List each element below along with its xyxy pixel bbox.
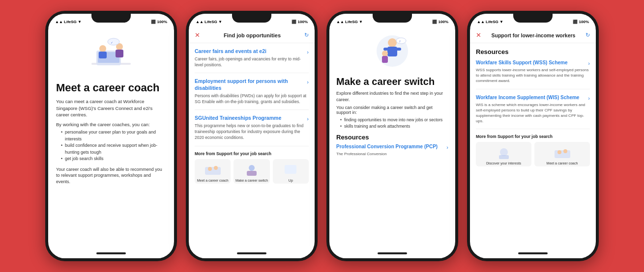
- chevron-icon-1: ›: [307, 49, 309, 55]
- thumb-img-2: [234, 162, 269, 179]
- bottom-bar-4: [470, 248, 596, 258]
- status-bar-1: ▲▲ LifeSG ▼ ⬛ 100%: [48, 14, 174, 27]
- wss-item[interactable]: Workfare Skills Support (WSS) Scheme WSS…: [476, 59, 590, 89]
- phone2-content: Career fairs and events at e2i Career fa…: [189, 43, 315, 248]
- notch-4: [513, 14, 553, 23]
- phone4-resources-title: Resources: [476, 48, 590, 55]
- svg-point-7: [108, 38, 119, 45]
- svg-point-16: [388, 38, 397, 47]
- home-indicator-1: [96, 252, 126, 254]
- thumb-career-coach[interactable]: Meet a career coach: [195, 159, 231, 184]
- notch-1: [91, 14, 131, 23]
- thumb-label-2: Make a career switch: [235, 179, 268, 182]
- svg-point-11: [214, 166, 218, 170]
- svg-rect-21: [382, 56, 388, 63]
- svg-rect-17: [387, 47, 397, 56]
- svg-text:✓: ✓: [111, 41, 113, 44]
- wss-desc: WSS supports lower-income workers and se…: [476, 67, 590, 84]
- thumb-career-coach-4[interactable]: Meet a career coach: [534, 142, 590, 166]
- phone-3: ▲▲ LifeSG ▼ ⬛ 100%: [326, 11, 458, 261]
- wis-item[interactable]: Workfare Income Supplement (WIS) Scheme …: [476, 94, 590, 130]
- svg-point-24: [500, 148, 508, 156]
- phone3-bullet-2: skills training and work attachments: [340, 123, 448, 130]
- carrier-4: ▲▲ LifeSG ▼: [477, 20, 503, 24]
- phone1-title: Meet a career coach: [56, 82, 166, 94]
- thumb-career-coach-label: Meet a career coach: [547, 162, 578, 165]
- carrier-3: ▲▲ LifeSG ▼: [336, 20, 363, 24]
- close-icon-4[interactable]: ✕: [476, 31, 481, 39]
- menu-item-desc-3: This programme helps new or soon-to-be g…: [195, 123, 309, 141]
- thumb-img-3: [273, 162, 309, 179]
- thumb-discover[interactable]: Discover your interests: [476, 142, 531, 166]
- svg-rect-19: [396, 48, 401, 51]
- svg-point-10: [208, 167, 212, 171]
- phone3-resources-title: Resources: [336, 134, 448, 141]
- bullet-item-3: get job search skills: [61, 156, 166, 163]
- battery-2: ⬛ 100%: [292, 20, 308, 24]
- phone3-bullet-1: finding opportunities to move into new j…: [340, 117, 448, 123]
- battery-1: ⬛ 100%: [151, 20, 167, 24]
- bottom-bar-3: [329, 248, 455, 258]
- phone3-description: Explore different industries to find the…: [336, 90, 448, 103]
- phone1-screen: ✓ Meet a career coach You can meet a car…: [48, 27, 174, 191]
- wis-desc: WIS is a scheme which encourages lower-i…: [476, 102, 590, 124]
- phone1-illustration: ✓: [56, 33, 166, 78]
- chevron-icon-3: ›: [307, 116, 309, 122]
- bullet-item-2: build confidence and receive support whe…: [61, 142, 166, 156]
- thumb-label-1: Meet a career coach: [197, 179, 229, 182]
- thumb-label-3: Up: [289, 179, 293, 182]
- chevron-icon-pcp: ›: [446, 144, 448, 150]
- thumbnail-row-4: Discover your interests Meet a career co…: [476, 142, 590, 166]
- bottom-bar-2: [189, 248, 315, 258]
- svg-rect-26: [555, 150, 570, 158]
- thumb-discover-img: [476, 144, 531, 162]
- home-indicator-3: [378, 252, 407, 254]
- close-icon[interactable]: ✕: [195, 31, 200, 39]
- notch-2: [232, 14, 271, 23]
- menu-item-career-fairs[interactable]: Career fairs and events at e2i Career fa…: [195, 48, 309, 73]
- phone4-header-title: Support for lower-income workers: [492, 32, 576, 38]
- menu-item-desc-2: Persons with disabilities (PWDs) can app…: [195, 93, 309, 105]
- refresh-icon[interactable]: ↻: [304, 32, 309, 38]
- svg-rect-25: [499, 155, 509, 159]
- more-from-2: More from Support for your job search: [195, 151, 309, 156]
- phone2-header-title: Find job opportunities: [224, 32, 281, 38]
- phone1-bullet-list: personalise your career plan to your goa…: [56, 129, 166, 163]
- thumb-career-switch[interactable]: Make a career switch: [234, 159, 269, 184]
- refresh-icon-4[interactable]: ↻: [585, 32, 590, 38]
- svg-point-27: [557, 150, 561, 154]
- thumbnail-row-2: Meet a career coach Make a career switch…: [195, 159, 309, 184]
- home-indicator-4: [518, 252, 548, 254]
- svg-point-20: [382, 51, 388, 56]
- bottom-bar-1: [48, 248, 174, 258]
- thumb-up[interactable]: Up: [273, 159, 309, 184]
- chevron-icon-wis: ›: [588, 95, 590, 101]
- menu-item-desc-1: Career fairs, job openings and vacancies…: [195, 56, 309, 68]
- phone1-description: You can meet a career coach at Workforce…: [56, 98, 166, 118]
- menu-item-disabilities[interactable]: Employment support for persons with disa…: [195, 78, 309, 110]
- pcp-title: Professional Conversion Programme (PCP): [336, 143, 448, 150]
- phone3-title: Make a career switch: [336, 76, 448, 87]
- pcp-item[interactable]: Professional Conversion Programme (PCP) …: [336, 143, 448, 162]
- phone4-content: Resources Workfare Skills Support (WSS) …: [470, 43, 596, 248]
- wss-title: Workfare Skills Support (WSS) Scheme: [476, 59, 590, 66]
- svg-point-3: [99, 45, 106, 52]
- svg-rect-9: [205, 167, 221, 175]
- phone1-footer: Your career coach will also be able to r…: [56, 166, 166, 185]
- bullet-item-1: personalise your career plan to your goa…: [61, 129, 166, 142]
- menu-item-traineeships[interactable]: SGUnited Traineeships Programme This pro…: [195, 115, 309, 146]
- phone2-header: ✕ Find job opportunities ↻: [189, 27, 315, 43]
- status-bar-2: ▲▲ LifeSG ▼ ⬛ 100%: [189, 14, 315, 27]
- svg-point-22: [396, 38, 406, 44]
- battery-3: ⬛ 100%: [432, 20, 448, 24]
- thumb-career-coach-img: [534, 144, 590, 162]
- svg-point-28: [563, 149, 567, 153]
- svg-rect-6: [116, 50, 123, 57]
- thumb-img-1: [195, 162, 231, 179]
- phone-4: ▲▲ LifeSG ▼ ⬛ 100% ✕ Support for lower-i…: [467, 11, 599, 261]
- carrier-2: ▲▲ LifeSG ▼: [196, 20, 222, 24]
- menu-item-title-1: Career fairs and events at e2i: [195, 48, 309, 55]
- svg-rect-18: [383, 48, 388, 51]
- menu-item-title-3: SGUnited Traineeships Programme: [195, 115, 309, 122]
- chevron-icon-wss: ›: [588, 60, 590, 66]
